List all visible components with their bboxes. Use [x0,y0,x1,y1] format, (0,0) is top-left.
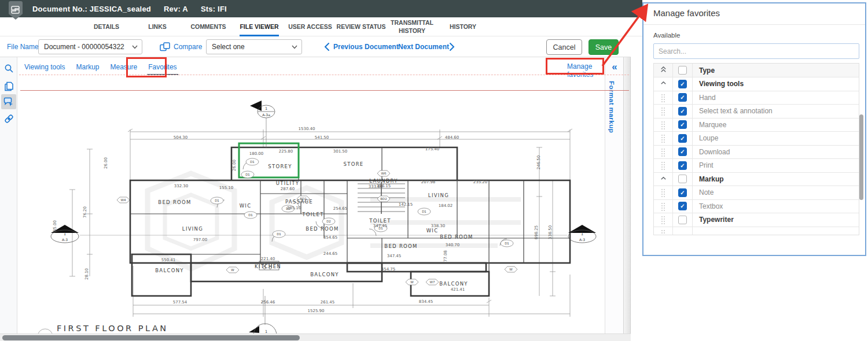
checkbox-typewriter[interactable] [678,216,687,224]
tool-tab-markup[interactable]: Markup [75,57,101,77]
viewer-sidebar [0,57,17,333]
drag-handle[interactable] [661,188,665,197]
tab-links[interactable]: LINKS [132,17,183,36]
favorites-row-select-text-annotation: Select text & annotation [654,105,859,118]
checkbox-download[interactable] [678,147,687,156]
select-all-checkbox[interactable] [678,66,687,75]
cancel-button[interactable]: Cancel [546,39,582,55]
file-select[interactable]: Document - 00000054322 [38,39,142,54]
tab-comments[interactable]: COMMENTS [183,17,234,36]
drag-handle[interactable] [661,121,665,129]
tab-transmittal-history[interactable]: TRANSMITTAL HISTORY [387,17,437,36]
title-bubble [38,329,53,333]
checkbox-markup[interactable] [678,175,687,183]
document-canvas[interactable]: 1 A-3a 1 A-3 1 A-3 1 [17,77,605,333]
compare-icon[interactable] [160,42,170,51]
panel-scrollbar-thumb[interactable] [859,114,863,200]
room-label: PASSAGE [285,199,313,205]
tool-tab-viewing-tools[interactable]: Viewing tools [23,57,67,77]
format-markup-tab[interactable]: Format markup [608,81,615,133]
dimension-label: 421.41 [451,287,465,292]
dimension-label: 285.10 [287,206,301,210]
section-marker-top: 1 A-3a [250,101,275,147]
dimension-label: 225.80 [279,149,293,154]
tab-user-access[interactable]: USER ACCESS [285,17,336,36]
drag-handle[interactable] [661,134,665,142]
checkbox-select-text-annotation[interactable] [678,107,687,116]
viewer-vertical-scrollbar[interactable] [624,57,631,333]
drag-handle[interactable] [661,229,665,235]
marker-label: W4 [121,198,126,202]
tab-review-status[interactable]: REVIEW STATUS [336,17,387,36]
tool-tab-measure[interactable]: Measure [109,57,139,77]
drag-handle[interactable] [661,216,665,224]
drag-handle[interactable] [661,94,665,102]
room-label: WIC [426,228,439,233]
dimension-label: 85.00 [53,220,57,232]
marker-label: W7 [430,280,435,284]
previous-chevron-icon[interactable] [324,42,330,51]
item-label: Print [693,159,859,172]
search-icon[interactable] [1,61,16,76]
dimension-label: 175.40 [425,147,440,151]
dimension-label: 332.30 [174,184,189,188]
tab-history[interactable]: HISTORY [437,17,488,36]
annotation-icon[interactable] [1,94,16,109]
favorites-search-input[interactable] [653,43,859,59]
main-tabs: DETAILSLINKSCOMMENTSFILE VIEWERUSER ACCE… [81,17,488,36]
marker-label: D1 [505,242,509,245]
checkbox-hand[interactable] [678,93,687,102]
dimension-label: 898.25 [534,225,539,240]
collapse-group-icon[interactable] [660,79,667,89]
room-label: TOILET [301,212,324,217]
viewer-horizontal-scrollbar-track[interactable] [0,333,631,341]
dimension-label: 207.98 [421,180,436,184]
dimension-label: 77.08 [443,250,448,262]
link-icon[interactable] [1,111,16,126]
viewer-horizontal-scrollbar-thumb[interactable] [2,335,300,340]
drag-handle[interactable] [661,107,665,115]
drag-handle[interactable] [661,161,665,169]
room-label: LIVING [182,226,203,232]
marker-label: D1 [422,210,426,213]
collapse-panel-icon[interactable]: « [608,60,621,74]
pages-icon[interactable] [1,79,16,94]
checkbox-loupe[interactable] [678,134,687,143]
save-button[interactable]: Save [589,39,619,55]
manage-favorites-link[interactable]: Manage favorites [567,62,605,79]
group-label: Markup [693,173,859,186]
room-label: BALCONY [310,272,339,277]
marker-label: D1 [250,160,255,164]
compare-link[interactable]: Compare [174,43,202,51]
next-document-link[interactable]: Next Document [398,43,449,51]
dimension-label: 1530.40 [299,127,315,131]
item-label: Download [693,146,859,159]
checkbox-marquee[interactable] [678,120,687,129]
drag-handle[interactable] [661,202,665,210]
dimension-label: 338.30 [431,224,446,228]
tab-details[interactable]: DETAILS [81,17,132,36]
next-chevron-icon[interactable] [449,42,455,51]
drag-handle[interactable] [661,148,665,156]
item-label: Textbox [693,200,859,213]
available-label: Available [653,32,680,39]
compare-version-select[interactable]: Select one [206,39,302,54]
collapse-group-icon[interactable] [660,174,667,184]
favorites-table-header: Type [654,64,859,77]
previous-document-link[interactable]: Previous Document [333,43,399,51]
tab-file-viewer[interactable]: FILE VIEWER [234,17,285,36]
topbar: Document No.: JESSICA_sealed Rev: A Sts:… [0,0,642,17]
marker-label: D2 [326,220,331,223]
file-toolbar: File Name Document - 00000054322 Compare… [0,36,631,57]
collapse-all-icon[interactable] [660,65,667,76]
checkbox-textbox[interactable] [678,202,687,210]
tool-tab-favorites[interactable]: Favorites [147,57,178,77]
dimension-label: 244.65 [323,251,338,256]
checkbox-viewing-tools[interactable] [678,80,687,88]
dimension-label: 301.50 [333,149,348,154]
checkbox-note[interactable] [678,188,687,197]
compare-version-value: Select one [212,43,245,51]
checkbox-print[interactable] [678,161,687,170]
marker-label: D1 [245,173,250,176]
room-label: STORE [343,161,363,167]
